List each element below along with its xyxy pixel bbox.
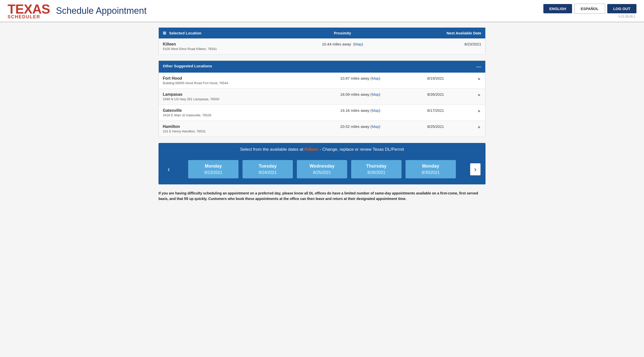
logo-scheduler-text: SCHEDULER — [8, 15, 50, 19]
day-card-1[interactable]: Tuesday 8/24/2021 — [243, 160, 293, 178]
location-proximity: 19.16 miles away (Map) — [311, 105, 410, 121]
day-cards: Monday 8/23/2021 Tuesday 8/24/2021 Wedne… — [177, 160, 467, 178]
map-link[interactable]: Map — [372, 92, 379, 96]
day-card-2[interactable]: Wednesday 8/25/2021 — [297, 160, 347, 178]
calendar-section: Select from the available dates at Kille… — [158, 143, 486, 184]
selected-location-address: 5100 West Elms Road Killeen, 76541 — [163, 47, 217, 51]
page-header: TEXAS SCHEDULER Schedule Appointment ENG… — [0, 0, 644, 22]
collapse-button[interactable]: — — [476, 64, 481, 70]
select-location-button[interactable]: » — [478, 108, 480, 114]
location-name: Fort Hood — [163, 76, 307, 81]
other-locations-header-row: Other Suggested Locations — — [159, 61, 486, 73]
location-name: Gatesville — [163, 108, 307, 113]
english-button[interactable]: ENGLISH — [543, 4, 572, 13]
header-right: ENGLISH ESPAÑOL LOG OUT V-21.05.05.1 — [543, 4, 636, 18]
day-name-4: Monday — [406, 164, 456, 169]
select-location-button[interactable]: » — [478, 76, 480, 81]
map-link[interactable]: Map — [372, 76, 379, 80]
selected-location-row: Killeen 5100 West Elms Road Killeen, 765… — [159, 38, 486, 55]
selected-location-next-date: 8/23/2021 — [394, 38, 485, 55]
map-link[interactable]: Map — [372, 108, 379, 113]
day-name-3: Thursday — [351, 164, 401, 169]
location-proximity: 18.09 miles away (Map) — [311, 89, 410, 105]
calendar-header: Select from the available dates at Kille… — [158, 143, 486, 156]
calendar-location-name: Killeen — [304, 147, 318, 152]
location-address: 101 E Henry Hamilton, 76531 — [163, 129, 206, 133]
selected-location-name: Killeen — [163, 42, 287, 46]
location-proximity: 10.87 miles away (Map) — [311, 73, 410, 89]
other-locations-title: Other Suggested Locations — [163, 64, 212, 68]
selected-location-map-link[interactable]: Map — [354, 42, 362, 46]
logo-texas: TEXAS — [8, 3, 50, 16]
header-buttons: ENGLISH ESPAÑOL LOG OUT — [543, 4, 636, 14]
selected-location-proximity: 10.44 miles away (Map) — [291, 38, 395, 55]
location-select-cell: » — [461, 73, 485, 89]
location-name: Hamilton — [163, 124, 307, 129]
logout-button[interactable]: LOG OUT — [607, 4, 636, 13]
selected-location-table: ⊞ Selected Location Proximity Next Avail… — [158, 27, 486, 55]
selected-location-name-cell: Killeen 5100 West Elms Road Killeen, 765… — [159, 38, 291, 55]
select-location-button[interactable]: » — [478, 124, 480, 130]
day-date-3: 8/26/2021 — [367, 170, 385, 175]
info-text: If you are having difficulty scheduling … — [158, 190, 486, 202]
calendar-header-suffix: - Change, replace or renew Texas DL/Perm… — [320, 147, 404, 152]
location-next-date: 8/19/2021 — [410, 73, 461, 89]
table-row: Hamilton 101 E Henry Hamilton, 76531 20.… — [159, 121, 486, 137]
day-card-4[interactable]: Monday 8/30/2021 — [406, 160, 456, 178]
day-date-2: 8/25/2021 — [313, 170, 331, 175]
select-location-button[interactable]: » — [478, 92, 480, 97]
location-address: 3418 E Main St Gatesville, 76528 — [163, 113, 211, 117]
col-proximity: Proximity — [291, 28, 395, 39]
location-name-cell: Hamilton 101 E Henry Hamilton, 76531 — [159, 121, 311, 137]
calendar-next-button[interactable]: › — [470, 163, 480, 175]
calendar-prev-button[interactable]: ‹ — [164, 163, 174, 175]
version-label: V-21.05.05.1 — [618, 15, 635, 18]
day-name-1: Tuesday — [243, 164, 293, 169]
location-name-cell: Fort Hood Building 69005 Hood Road Fort … — [159, 73, 311, 89]
espanol-button[interactable]: ESPAÑOL — [574, 4, 605, 14]
col-next-date: Next Available Date — [394, 28, 485, 39]
other-locations-header-cell: Other Suggested Locations — — [159, 61, 486, 73]
calendar-body: ‹ Monday 8/23/2021 Tuesday 8/24/2021 Wed… — [158, 156, 486, 184]
location-name: Lampasas — [163, 92, 307, 97]
location-proximity: 20.52 miles away (Map) — [311, 121, 410, 137]
location-select-cell: » — [461, 121, 485, 137]
day-card-3[interactable]: Thursday 8/26/2021 — [351, 160, 401, 178]
location-select-cell: » — [461, 89, 485, 105]
calendar-header-prefix: Select from the available dates at — [240, 147, 303, 152]
table-row: Lampasas 1690 N US Hwy 281 Lampasas, 765… — [159, 89, 486, 105]
other-locations-table: Other Suggested Locations — Fort Hood Bu… — [158, 61, 486, 137]
table-row: Gatesville 3418 E Main St Gatesville, 76… — [159, 105, 486, 121]
day-name-0: Monday — [188, 164, 238, 169]
header-left: TEXAS SCHEDULER Schedule Appointment — [8, 3, 147, 19]
day-date-4: 8/30/2021 — [422, 170, 439, 175]
location-address: 1690 N US Hwy 281 Lampasas, 76550 — [163, 97, 219, 101]
day-date-1: 8/24/2021 — [259, 170, 276, 175]
location-name-cell: Lampasas 1690 N US Hwy 281 Lampasas, 765… — [159, 89, 311, 105]
day-date-0: 8/23/2021 — [204, 170, 222, 175]
location-next-date: 8/25/2021 — [410, 121, 461, 137]
logo: TEXAS SCHEDULER — [8, 3, 50, 19]
location-next-date: 8/26/2021 — [410, 89, 461, 105]
location-next-date: 8/17/2021 — [410, 105, 461, 121]
page-title: Schedule Appointment — [56, 6, 146, 16]
location-select-cell: » — [461, 105, 485, 121]
day-name-2: Wednesday — [297, 164, 347, 169]
selected-location-header-row: ⊞ Selected Location Proximity Next Avail… — [159, 28, 486, 39]
location-name-cell: Gatesville 3418 E Main St Gatesville, 76… — [159, 105, 311, 121]
location-icon: ⊞ — [163, 31, 166, 35]
map-link[interactable]: Map — [372, 124, 379, 129]
location-address: Building 69005 Hood Road Fort Hood, 7654… — [163, 81, 228, 85]
table-row: Fort Hood Building 69005 Hood Road Fort … — [159, 73, 486, 89]
col-location: ⊞ Selected Location — [159, 28, 291, 39]
main-content: ⊞ Selected Location Proximity Next Avail… — [153, 27, 491, 202]
day-card-0[interactable]: Monday 8/23/2021 — [188, 160, 238, 178]
